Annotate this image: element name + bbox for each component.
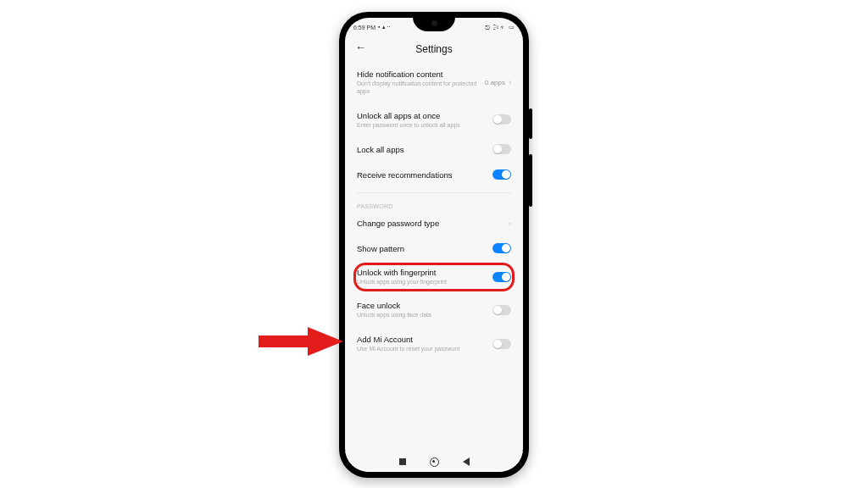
phone-side-button [529, 108, 532, 139]
toggle-show-pattern[interactable] [492, 243, 511, 253]
chevron-right-icon: › [509, 219, 511, 228]
row-hide-notification-content[interactable]: Hide notification content Don't display … [357, 62, 511, 103]
home-icon[interactable] [430, 458, 439, 467]
page-title: Settings [415, 43, 452, 55]
status-right-icons: ⎋ ⚞ ᯤ [485, 25, 506, 30]
row-label: Hide notification content [357, 69, 478, 79]
phone-frame: 6:59 PM ▪ ▴ ·· ⎋ ⚞ ᯤ ▭ ← Settings Hide n… [339, 12, 529, 478]
row-subtitle: Don't display notification content for p… [357, 80, 478, 96]
battery-icon: ▭ [509, 24, 515, 30]
back-icon[interactable] [463, 458, 470, 466]
row-subtitle: Enter password once to unlock all apps [357, 122, 486, 130]
row-subtitle: Unlock apps using face data [357, 312, 486, 319]
row-label: Face unlock [357, 301, 486, 310]
phone-side-button [529, 154, 532, 207]
row-label: Add Mi Account [357, 335, 486, 344]
row-label: Lock all apps [357, 145, 486, 154]
row-unlock-with-fingerprint[interactable]: Unlock with fingerprint Unlock apps usin… [357, 261, 511, 293]
section-header-password: PASSWORD [357, 195, 511, 211]
row-label: Unlock all apps at once [357, 111, 486, 120]
row-change-password-type[interactable]: Change password type › [357, 211, 511, 236]
row-lock-all-apps[interactable]: Lock all apps [357, 136, 511, 162]
status-left-icons: ▪ ▴ ·· [378, 24, 390, 30]
row-label: Show pattern [357, 244, 486, 253]
toggle-unlock-all-apps[interactable] [492, 114, 511, 125]
toggle-face-unlock[interactable] [492, 305, 511, 315]
row-show-pattern[interactable]: Show pattern [357, 236, 511, 261]
toggle-receive-recommendations[interactable] [492, 169, 511, 180]
chevron-right-icon: › [509, 78, 511, 86]
row-subtitle: Unlock apps using your fingerprint [357, 279, 486, 286]
toggle-unlock-with-fingerprint[interactable] [492, 272, 511, 282]
toggle-lock-all-apps[interactable] [492, 144, 511, 154]
app-header: ← Settings [345, 36, 523, 62]
back-button[interactable]: ← [355, 42, 366, 53]
svg-marker-0 [259, 327, 343, 356]
toggle-add-mi-account[interactable] [492, 339, 511, 349]
divider [357, 192, 511, 193]
row-unlock-all-apps[interactable]: Unlock all apps at once Enter password o… [357, 103, 511, 137]
row-face-unlock[interactable]: Face unlock Unlock apps using face data [357, 293, 511, 327]
row-label: Unlock with fingerprint [357, 268, 486, 277]
recents-icon[interactable] [399, 458, 406, 465]
row-count: 0 apps [485, 79, 505, 86]
android-nav-bar [345, 452, 523, 472]
row-add-mi-account[interactable]: Add Mi Account Use Mi Account to reset y… [357, 327, 511, 361]
annotation-arrow [259, 320, 343, 363]
row-label: Change password type [357, 219, 502, 228]
row-subtitle: Use Mi Account to reset your password [357, 346, 486, 353]
status-time: 6:59 PM [353, 25, 376, 30]
row-receive-recommendations[interactable]: Receive recommendations [357, 162, 511, 187]
row-label: Receive recommendations [357, 170, 486, 180]
